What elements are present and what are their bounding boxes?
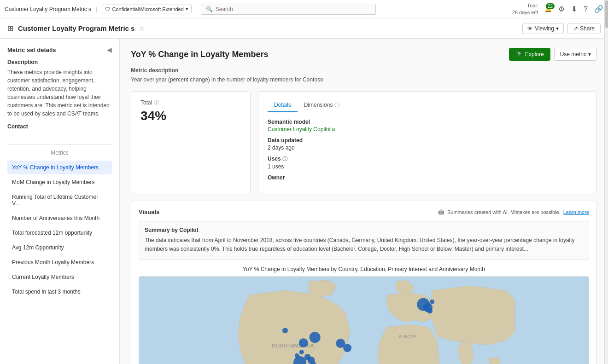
info-icon[interactable]: ⓘ	[154, 99, 159, 106]
metric-item-label: Running Total of Lifetime Customer V...	[12, 194, 98, 207]
svg-text:EUROPE: EUROPE	[399, 335, 416, 340]
metric-header: YoY % Change in Loyalty Members 🔭 Explor…	[131, 48, 597, 61]
visuals-title: Visuals	[139, 208, 159, 215]
external-link-icon: ⧉	[332, 127, 335, 132]
tab-details[interactable]: Details	[268, 99, 298, 112]
tabs-row: Details Dimensions ⓘ	[268, 99, 587, 112]
map-dot	[430, 300, 434, 304]
total-label-text: Total	[140, 99, 152, 106]
metric-item[interactable]: Total forecasted 12m opportunity	[7, 226, 112, 240]
metric-title: YoY % Change in Loyalty Members	[131, 50, 268, 59]
titlebar: ⊞ Customer Loyalty Program Metric s ☆ 👁 …	[0, 18, 608, 39]
map-title: YoY % Change in Loyalty Members by Count…	[139, 266, 589, 272]
metric-item-label: Previous Month Loyalty Members	[12, 259, 94, 266]
scrollbar[interactable]	[604, 0, 608, 364]
viewing-button[interactable]: 👁 Viewing ▾	[522, 23, 564, 34]
chevron-down-icon: ▾	[556, 25, 559, 32]
explore-label: Explore	[525, 51, 544, 58]
use-metric-button[interactable]: Use metric ▾	[554, 48, 597, 61]
download-icon[interactable]: ⬇	[571, 5, 577, 13]
data-updated-row: Data updated 2 days ago	[268, 137, 587, 151]
trial-info: Trial: 28 days left	[512, 2, 538, 16]
metrics-section-label: Metrics	[7, 150, 112, 156]
collapse-icon[interactable]: ◀	[107, 46, 112, 53]
page-title: Customer Loyalty Program Metric s	[18, 24, 134, 32]
uses-info-icon[interactable]: ⓘ	[282, 156, 287, 162]
metric-item[interactable]: Previous Month Loyalty Members	[7, 255, 112, 269]
semantic-model-value: Customer Loyality Copilot ⧉	[268, 126, 587, 133]
semantic-model-link[interactable]: Customer Loyality Copilot	[268, 126, 331, 133]
cards-row: Total ⓘ 34% Details Dimensions ⓘ Semanti…	[131, 91, 597, 193]
topbar-right: Trial: 28 days left 🔔 22 ⚙ ⬇ ? 🔗	[512, 2, 603, 16]
scrollbar-thumb[interactable]	[605, 0, 608, 28]
divider	[7, 144, 112, 145]
semantic-model-row: Semantic model Customer Loyality Copilot…	[268, 119, 587, 133]
viewing-label: Viewing	[535, 25, 554, 32]
metric-item[interactable]: Running Total of Lifetime Customer V...	[7, 190, 112, 210]
metric-description-label: Metric description	[131, 67, 597, 74]
topbar-title: Customer Loyalty Program Metric s	[5, 6, 91, 12]
topbar-sep: |	[96, 6, 97, 12]
summary-box: Summary by Copilot The data indicates th…	[139, 221, 589, 260]
metric-item-label: Number of Anniversaries this Month	[12, 215, 99, 221]
owner-row: Owner	[268, 174, 587, 181]
map-container: NORTH AMERICA EUROPE AFRICA Pacific Ocea…	[139, 276, 589, 364]
notification-count: 22	[546, 3, 555, 9]
metric-description-text: Year over year (percent change) in the n…	[131, 76, 597, 83]
trial-line1: Trial:	[512, 2, 538, 9]
help-icon[interactable]: ?	[584, 5, 588, 13]
map-dot	[310, 332, 321, 343]
share-button[interactable]: ↗ Share	[567, 23, 601, 34]
metric-item-label: Total spend in last 3 months	[12, 289, 81, 295]
trial-line2: 28 days left	[512, 9, 538, 16]
tab-dimensions[interactable]: Dimensions ⓘ	[298, 99, 346, 112]
sensitivity-badge[interactable]: 🛡 Confidential\Microsoft Extended ▾	[102, 5, 191, 13]
titlebar-right: 👁 Viewing ▾ ↗ Share	[522, 23, 601, 34]
total-card: Total ⓘ 34%	[131, 91, 251, 193]
total-value: 34%	[140, 109, 241, 123]
search-input[interactable]	[216, 6, 371, 12]
badge-label: Confidential\Microsoft Extended	[112, 6, 183, 12]
grid-icon: ⊞	[7, 24, 13, 33]
shield-icon: 🛡	[105, 6, 110, 12]
notification-button[interactable]: 🔔 22	[544, 6, 552, 12]
metric-item[interactable]: Current Loyalty Members	[7, 270, 112, 284]
uses-label-text: Uses	[268, 156, 281, 162]
search-box[interactable]: 🔍	[201, 4, 376, 15]
share-label: Share	[580, 25, 595, 32]
data-updated-label: Data updated	[268, 137, 587, 144]
map-dot	[299, 350, 304, 354]
visuals-header: Visuals 🤖 Summaries created with AI. Mis…	[139, 208, 589, 215]
explore-button[interactable]: 🔭 Explore	[509, 48, 550, 61]
chevron-down-icon: ▾	[588, 51, 591, 58]
metric-item[interactable]: Total spend in last 3 months	[7, 285, 112, 299]
sidebar-header: Metric set details ◀	[7, 46, 112, 53]
metric-item[interactable]: Avg 12m Opportunity	[7, 241, 112, 254]
learn-more-link[interactable]: Learn more	[563, 209, 589, 215]
metric-item[interactable]: YoY % Change in Loyalty Members	[7, 161, 112, 174]
topbar: Customer Loyalty Program Metric s | 🛡 Co…	[0, 0, 608, 18]
contact-label: Contact	[7, 123, 112, 130]
eye-icon: 👁	[527, 25, 533, 32]
favorite-star-icon[interactable]: ☆	[139, 25, 145, 32]
metric-item[interactable]: MoM Change in Loyalty Members	[7, 175, 112, 189]
search-icon: 🔍	[206, 6, 213, 12]
share-icon: ↗	[573, 25, 578, 32]
data-updated-value: 2 days ago	[268, 144, 587, 151]
metric-item-label: YoY % Change in Loyalty Members	[12, 164, 99, 171]
description-text: These metrics provide insights into cust…	[7, 68, 112, 118]
metric-item[interactable]: Number of Anniversaries this Month	[7, 211, 112, 225]
main-layout: Metric set details ◀ Description These m…	[0, 39, 608, 364]
world-map-svg: NORTH AMERICA EUROPE AFRICA Pacific Ocea…	[139, 277, 589, 364]
uses-label: Uses ⓘ	[268, 156, 587, 162]
metric-actions: 🔭 Explore Use metric ▾	[509, 48, 597, 61]
ai-notice: 🤖 Summaries created with AI. Mistakes ar…	[438, 209, 589, 215]
visuals-panel: Visuals 🤖 Summaries created with AI. Mis…	[131, 201, 597, 364]
explore-icon: 🔭	[515, 51, 522, 58]
metric-item-label: MoM Change in Loyalty Members	[12, 179, 94, 185]
settings-icon[interactable]: ⚙	[558, 5, 565, 13]
map-dot	[343, 344, 351, 352]
uses-row: Uses ⓘ 1 uses	[268, 156, 587, 170]
dimensions-info-icon[interactable]: ⓘ	[334, 102, 339, 108]
share-network-icon[interactable]: 🔗	[594, 5, 603, 13]
